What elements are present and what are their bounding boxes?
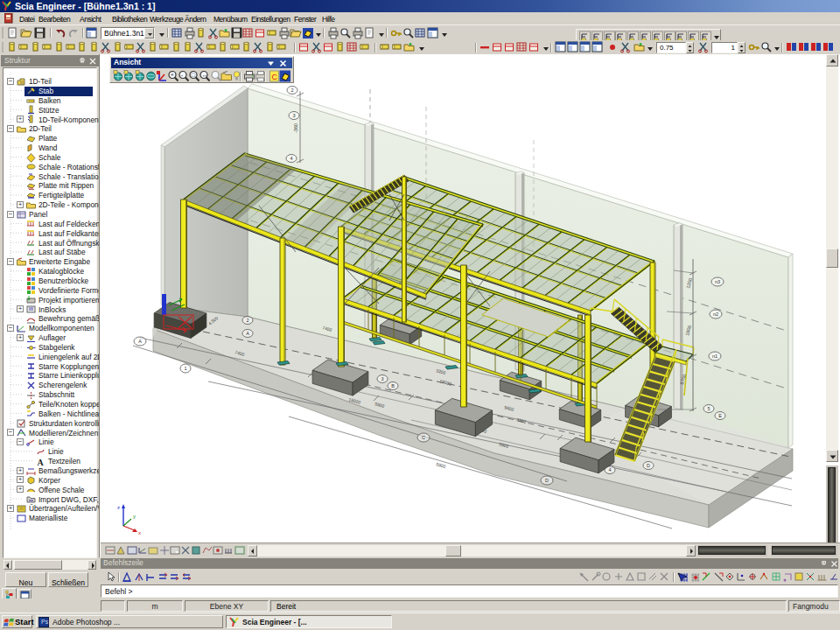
svg-text:C: C (422, 435, 425, 440)
svg-text:5: 5 (707, 406, 710, 411)
svg-text:B: B (391, 383, 395, 388)
svg-text:z: z (117, 505, 120, 510)
svg-text:A: A (246, 331, 249, 336)
svg-text:n2: n2 (713, 312, 718, 317)
svg-text:D: D (545, 478, 549, 483)
svg-text:4: 4 (290, 156, 292, 161)
svg-text:2: 2 (246, 318, 248, 323)
svg-text:-360: -360 (293, 123, 298, 133)
svg-text:E: E (718, 413, 722, 418)
svg-text:n3: n3 (715, 279, 720, 284)
svg-text:3: 3 (381, 376, 383, 382)
svg-text:4: 4 (608, 467, 611, 472)
svg-text:+: + (170, 72, 173, 78)
svg-text:n1: n1 (712, 354, 718, 359)
svg-text:↔: ↔ (202, 72, 208, 78)
svg-text:D: D (647, 463, 650, 468)
svg-text:3: 3 (292, 113, 295, 118)
svg-text:y: y (133, 514, 136, 519)
svg-text:2: 2 (290, 88, 293, 93)
svg-text:A: A (138, 339, 142, 344)
svg-text:A: A (38, 457, 45, 466)
svg-text:C: C (271, 73, 277, 81)
svg-text:x: x (138, 530, 141, 536)
svg-text:1: 1 (184, 366, 186, 371)
